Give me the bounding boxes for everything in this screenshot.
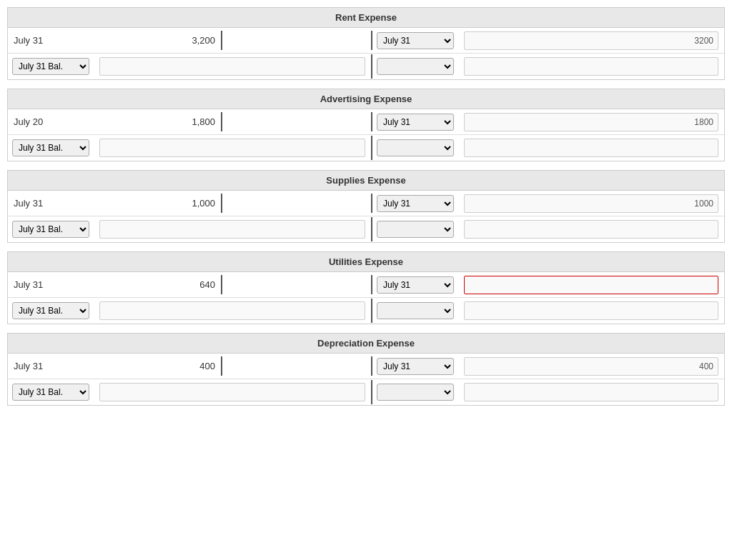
value-input[interactable] (464, 194, 718, 213)
bal-right-section (372, 380, 724, 404)
date-select[interactable]: July 31 (377, 195, 454, 212)
bal-input[interactable] (99, 383, 365, 401)
date-select[interactable]: July 31 (377, 114, 454, 131)
date-label: July 31 (8, 194, 151, 213)
date-select[interactable]: July 31 (377, 358, 454, 375)
right-section: July 31 (372, 29, 724, 53)
date-select-cell: July 31 (372, 29, 458, 52)
right-section: July 31 (372, 191, 724, 216)
bal-left-section: July 31 Bal. (8, 380, 372, 404)
bal-select-cell: July 31 Bal. (8, 381, 94, 404)
right-section: July 31 (372, 354, 724, 379)
bal-left-section: July 31 Bal. (8, 299, 372, 323)
table-row: July 201,800July 31 (8, 109, 724, 135)
right-section: July 31 (372, 273, 724, 297)
header-advertising-expense: Advertising Expense (8, 89, 724, 109)
bal-right-input[interactable] (464, 301, 718, 320)
ledger-container: Rent ExpenseJuly 313,200July 31July 31 B… (0, 0, 732, 421)
bal-right-select[interactable] (377, 221, 454, 238)
bal-right-input[interactable] (464, 57, 718, 76)
table-row: July 311,000July 31 (8, 191, 724, 216)
table-row: July 31400July 31 (8, 354, 724, 379)
date-select-cell: July 31 (372, 274, 458, 296)
bal-input[interactable] (99, 301, 365, 320)
header-rent-expense: Rent Expense (8, 8, 724, 28)
bal-left-section: July 31 Bal. (8, 217, 372, 241)
value-input-cell (458, 354, 724, 379)
value-input[interactable] (464, 113, 718, 131)
date-label: July 31 (8, 275, 151, 294)
bal-input[interactable] (99, 139, 365, 157)
table-row: July 313,200July 31 (8, 28, 724, 54)
bal-date-select[interactable]: July 31 Bal. (12, 139, 89, 156)
bal-right-section (372, 299, 724, 323)
bal-right-section (372, 54, 724, 79)
date-select-cell: July 31 (372, 111, 458, 134)
bal-right-input[interactable] (464, 383, 718, 401)
amount-value: 400 (151, 356, 222, 376)
right-section: July 31 (372, 110, 724, 134)
table-row: July 31640July 31 (8, 272, 724, 298)
bal-right-value-cell (458, 217, 724, 241)
bal-date-select[interactable]: July 31 Bal. (12, 58, 89, 75)
bal-right-value-cell (458, 380, 724, 404)
bal-right-value-cell (458, 136, 724, 160)
bal-right-select-cell (372, 299, 458, 322)
value-input[interactable] (464, 276, 718, 294)
date-label: July 20 (8, 112, 151, 131)
bal-select-cell: July 31 Bal. (8, 218, 94, 241)
value-input[interactable] (464, 357, 718, 376)
date-label: July 31 (8, 31, 151, 50)
bal-date-select[interactable]: July 31 Bal. (12, 221, 89, 238)
bal-right-select-cell (372, 218, 458, 241)
bal-input[interactable] (99, 57, 365, 76)
amount-value: 1,800 (151, 112, 222, 131)
bal-input[interactable] (99, 220, 365, 239)
value-input-cell (458, 29, 724, 53)
bal-right-select-cell (372, 136, 458, 159)
bal-row: July 31 Bal. (8, 298, 724, 324)
bal-row: July 31 Bal. (8, 135, 724, 161)
section-depreciation-expense: Depreciation ExpenseJuly 31400July 31Jul… (7, 333, 725, 406)
bal-right-select[interactable] (377, 384, 454, 401)
bal-right-select[interactable] (377, 302, 454, 319)
date-select[interactable]: July 31 (377, 276, 454, 294)
value-input-cell (458, 110, 724, 134)
header-utilities-expense: Utilities Expense (8, 252, 724, 272)
bal-right-select[interactable] (377, 139, 454, 156)
bal-input-cell (94, 54, 371, 79)
left-section: July 311,000 (8, 194, 372, 213)
bal-date-select[interactable]: July 31 Bal. (12, 384, 89, 401)
section-rent-expense: Rent ExpenseJuly 313,200July 31July 31 B… (7, 7, 725, 80)
date-select-cell: July 31 (372, 355, 458, 378)
date-select[interactable]: July 31 (377, 32, 454, 49)
left-section: July 201,800 (8, 112, 372, 131)
bal-select-cell: July 31 Bal. (8, 55, 94, 78)
bal-right-input[interactable] (464, 139, 718, 157)
left-section: July 313,200 (8, 31, 372, 50)
bal-right-section (372, 217, 724, 241)
bal-right-value-cell (458, 299, 724, 323)
bal-select-cell: July 31 Bal. (8, 136, 94, 159)
amount-value: 1,000 (151, 194, 222, 213)
date-select-cell: July 31 (372, 192, 458, 215)
bal-input-cell (94, 380, 371, 404)
section-advertising-expense: Advertising ExpenseJuly 201,800July 31Ju… (7, 89, 725, 161)
bal-right-select-cell (372, 381, 458, 404)
bal-left-section: July 31 Bal. (8, 54, 372, 79)
bal-row: July 31 Bal. (8, 54, 724, 79)
section-supplies-expense: Supplies ExpenseJuly 311,000July 31July … (7, 170, 725, 243)
bal-row: July 31 Bal. (8, 379, 724, 405)
bal-right-input[interactable] (464, 220, 718, 239)
bal-input-cell (94, 217, 371, 241)
bal-right-select[interactable] (377, 58, 454, 75)
bal-right-section (372, 136, 724, 160)
date-label: July 31 (8, 356, 151, 376)
value-input[interactable] (464, 31, 718, 50)
amount-value: 3,200 (151, 31, 222, 50)
bal-date-select[interactable]: July 31 Bal. (12, 302, 89, 319)
amount-value: 640 (151, 275, 222, 294)
bal-row: July 31 Bal. (8, 216, 724, 242)
bal-input-cell (94, 299, 371, 323)
header-supplies-expense: Supplies Expense (8, 171, 724, 191)
